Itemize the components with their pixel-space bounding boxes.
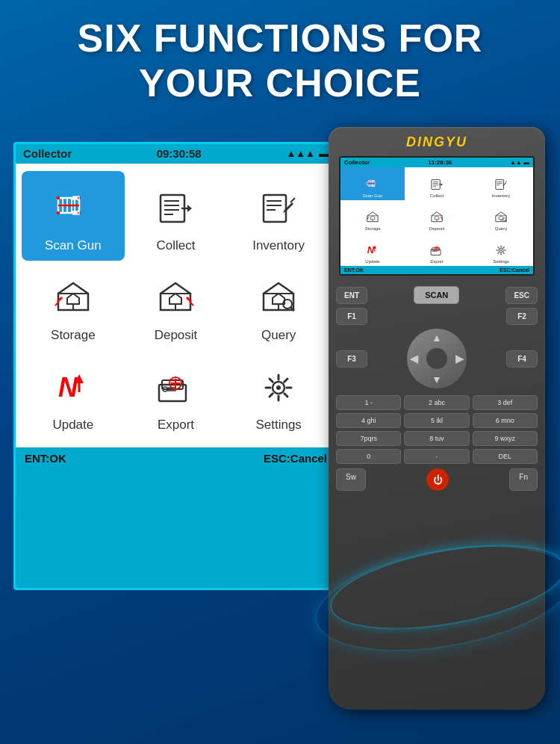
mini-settings-label: Settings (493, 259, 509, 264)
svg-rect-19 (264, 195, 286, 222)
bottom-btn-row: Sw ⏻ Fn (336, 468, 538, 491)
svg-marker-86 (503, 182, 506, 186)
svg-marker-33 (169, 294, 181, 304)
dpad-right[interactable]: ▶ (455, 353, 464, 365)
title-line2: YOUR CHOICE (15, 61, 545, 106)
scan-gun-icon (49, 185, 97, 232)
mini-query-label: Query (495, 226, 507, 231)
dpad-wrapper: F3 ▲ ▼ ◀ ▶ F4 (336, 329, 538, 392)
dpad-down[interactable]: ▼ (432, 373, 442, 385)
fn-button[interactable]: Fn (509, 468, 538, 491)
mini-export-icon (429, 243, 445, 258)
svg-line-56 (284, 394, 287, 397)
svg-rect-75 (432, 180, 440, 190)
grid-item-deposit[interactable]: Deposit (125, 261, 228, 350)
mini-grid-item-scan-gun: Scan Gun (340, 167, 405, 200)
mini-footer: ENT:OK ESC:Cancel (340, 266, 533, 274)
key-3[interactable]: 4 ghi (336, 413, 401, 428)
ent-button[interactable]: ENT (336, 287, 367, 304)
device-buttons: ENT SCAN ESC F1 F2 F3 ▲ ▼ ◀ ▶ F4 (329, 282, 545, 495)
dpad-center[interactable] (426, 348, 447, 369)
key-4[interactable]: 5 ikl (404, 413, 469, 428)
export-icon (152, 364, 199, 412)
storage-icon (49, 274, 97, 322)
key-6[interactable]: 7pqrs (336, 431, 401, 446)
dpad[interactable]: ▲ ▼ ◀ ▶ (407, 329, 467, 388)
app-grid: Scan Gun Collect Inventory (16, 164, 336, 447)
export-label: Export (158, 418, 194, 433)
f4-button[interactable]: F4 (506, 350, 538, 368)
deposit-label: Deposit (155, 328, 198, 343)
dpad-left[interactable]: ◀ (410, 353, 418, 365)
svg-line-62 (284, 379, 287, 382)
device-screen: Collector 11:28:36 ▲▲ ▬ Scan Gun (339, 156, 535, 276)
svg-line-123 (498, 247, 500, 249)
dpad-up[interactable]: ▲ (432, 332, 442, 344)
key-11[interactable]: DEL (473, 449, 538, 464)
statusbar-collector: Collector (23, 147, 72, 160)
svg-marker-23 (283, 202, 293, 213)
grid-item-storage[interactable]: Storage (22, 261, 125, 350)
svg-marker-27 (67, 294, 79, 304)
svg-rect-71 (367, 185, 367, 186)
mini-settings-icon (493, 243, 509, 258)
key-2[interactable]: 3 def (473, 395, 538, 410)
svg-line-87 (505, 181, 507, 182)
grid-item-collect[interactable]: Collect (125, 171, 228, 261)
grid-item-inventory[interactable]: Inventory (227, 171, 330, 261)
power-button[interactable]: ⏻ (426, 468, 449, 491)
sw-button[interactable]: Sw (336, 468, 366, 491)
svg-rect-82 (496, 180, 504, 190)
key-7[interactable]: 8 tuv (404, 431, 469, 446)
mini-status-icons: ▲▲ ▬ (510, 159, 529, 166)
svg-rect-8 (57, 211, 60, 214)
mini-update-icon: N (364, 243, 381, 258)
scan-button[interactable]: SCAN (414, 286, 459, 304)
mini-grid-item-update: N Update (340, 233, 405, 266)
mini-export-label: Export (430, 259, 443, 264)
svg-line-125 (503, 247, 505, 249)
mini-scan-gun-icon (364, 177, 381, 192)
svg-line-121 (498, 252, 500, 254)
grid-item-update[interactable]: N Update (22, 350, 125, 440)
statusbar-time: 09:30:58 (157, 147, 202, 160)
svg-marker-18 (187, 205, 192, 212)
numpad: 1 -2 abc3 def4 ghi5 ikl6 mno7pqrs8 tuv9 … (336, 395, 538, 464)
mini-grid-item-storage: Storage (340, 200, 405, 233)
inventory-icon (255, 185, 302, 232)
mini-query-icon (493, 210, 509, 225)
svg-point-54 (276, 385, 281, 390)
mini-deposit-icon (429, 210, 445, 225)
grid-item-export[interactable]: Export (125, 350, 228, 440)
key-9[interactable]: 0 (336, 449, 401, 464)
grid-item-settings[interactable]: Settings (227, 350, 330, 440)
scan-gun-label: Scan Gun (45, 238, 102, 253)
svg-line-119 (503, 252, 505, 254)
statusbar-icons: ▲▲▲ ▬ (286, 148, 329, 159)
mini-statusbar: Collector 11:28:36 ▲▲ ▬ (340, 158, 533, 167)
key-5[interactable]: 6 mno (473, 413, 538, 428)
svg-line-24 (290, 198, 295, 202)
svg-marker-90 (370, 216, 375, 220)
large-footer: ENT:OK ESC:Cancel (16, 447, 336, 468)
esc-button[interactable]: ESC (505, 287, 538, 304)
key-1[interactable]: 2 abc (404, 395, 469, 410)
mini-storage-label: Storage (364, 226, 380, 231)
mini-grid-item-inventory: Inventory (469, 167, 533, 200)
settings-label: Settings (255, 418, 301, 433)
key-8[interactable]: 9 wxyz (473, 431, 538, 446)
svg-rect-12 (161, 195, 184, 222)
update-label: Update (52, 418, 93, 433)
f-btn-row: F1 F2 (336, 308, 538, 325)
large-screen: Collector 09:30:58 ▲▲▲ ▬ Scan Gun (13, 142, 338, 590)
svg-text:N: N (58, 372, 78, 403)
f1-button[interactable]: F1 (336, 308, 367, 325)
grid-item-scan-gun[interactable]: Scan Gun (22, 171, 125, 261)
grid-item-query[interactable]: Query (227, 261, 330, 350)
f3-button[interactable]: F3 (336, 350, 367, 368)
key-0[interactable]: 1 - (336, 395, 401, 410)
mini-footer-esc: ESC:Cancel (500, 267, 529, 273)
key-10[interactable]: · (404, 449, 469, 464)
f2-button[interactable]: F2 (506, 308, 538, 325)
mini-status-time: 11:28:36 (428, 159, 452, 166)
